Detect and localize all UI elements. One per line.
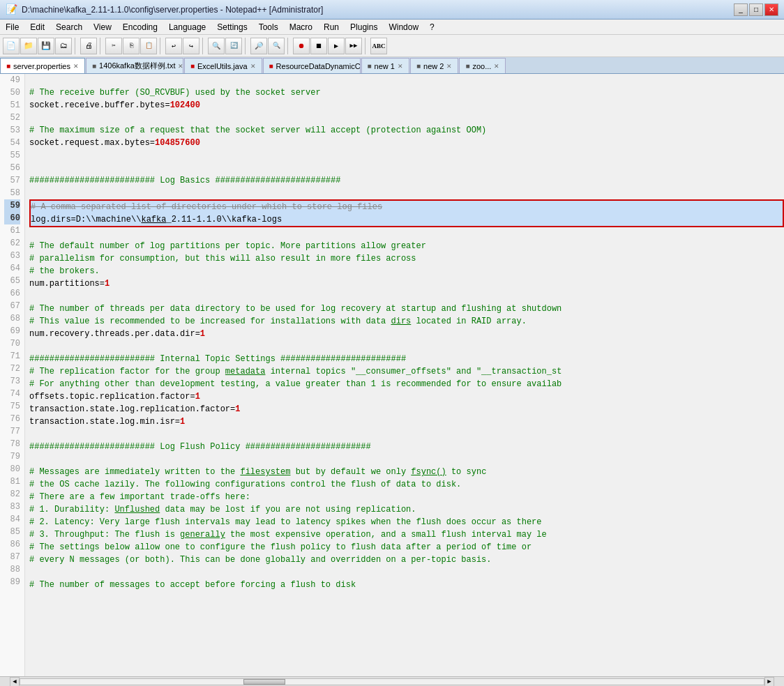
code-line-52[interactable] [29, 112, 784, 124]
tab-close-excel[interactable]: ✕ [250, 63, 256, 70]
zoom-in-button[interactable]: 🔎 [250, 38, 267, 54]
tab-icon-server: ■ [6, 62, 10, 70]
spell-check-button[interactable]: ABC [370, 38, 387, 54]
line-number-73: 73 [4, 375, 20, 388]
print-button[interactable]: 🖨 [80, 38, 97, 54]
menu-tools[interactable]: Tools [253, 20, 284, 34]
scroll-left-button[interactable]: ◀ [10, 677, 20, 687]
tab-close-server[interactable]: ✕ [73, 63, 79, 70]
code-line-72[interactable]: # The replication factor for the group m… [29, 365, 784, 378]
tab-close-kafka[interactable]: ✕ [178, 63, 183, 70]
find-button[interactable]: 🔍 [208, 38, 225, 54]
tab-close-new1[interactable]: ✕ [398, 63, 403, 70]
code-line-65[interactable]: num.partitions=1 [29, 277, 784, 290]
code-line-58[interactable] [29, 187, 784, 199]
tab-close-zoo[interactable]: ✕ [494, 63, 499, 70]
tab-zoo[interactable]: ■ zoo... ✕ [459, 58, 506, 73]
code-line-81[interactable]: # the OS cache lazily. The following con… [29, 478, 784, 491]
cut-button[interactable]: ✂ [105, 38, 122, 54]
tab-kafka-data[interactable]: ■ 1406kafka数据样例.txt ✕ [86, 58, 183, 73]
code-line-79[interactable] [29, 453, 784, 466]
menu-edit[interactable]: Edit [24, 20, 50, 34]
code-line-76[interactable]: transaction.state.log.min.isr=1 [29, 416, 784, 428]
code-line-62[interactable]: # The default number of log partitions p… [29, 240, 784, 252]
zoom-out-button[interactable]: 🔍 [268, 38, 285, 54]
code-line-74[interactable]: offsets.topic.replication.factor=1 [29, 390, 784, 403]
toolbar-sep-3 [160, 38, 163, 54]
menu-macro[interactable]: Macro [284, 20, 318, 34]
code-line-86[interactable]: # The settings below allow one to config… [29, 541, 784, 554]
play-button[interactable]: ▶ [328, 38, 345, 54]
stop-button[interactable]: ⏹ [310, 38, 327, 54]
code-line-66[interactable] [29, 290, 784, 303]
code-content[interactable]: # The receive buffer (SO_RCVBUF) used by… [25, 74, 784, 676]
code-line-78[interactable]: ######################### Log Flush Poli… [29, 441, 784, 453]
scroll-right-button[interactable]: ▶ [764, 677, 774, 687]
menu-language[interactable]: Language [163, 20, 211, 34]
code-line-51[interactable]: socket.receive.buffer.bytes=102400 [29, 99, 784, 112]
open-button[interactable]: 📁 [20, 38, 37, 54]
tab-server-properties[interactable]: ■ server.properties ✕ [0, 58, 85, 73]
code-line-77[interactable] [29, 428, 784, 441]
code-line-67[interactable]: # The number of threads per data directo… [29, 303, 784, 315]
paste-button[interactable]: 📋 [140, 38, 157, 54]
menu-view[interactable]: View [88, 20, 117, 34]
code-line-49[interactable] [29, 74, 784, 86]
record-button[interactable]: ⏺ [293, 38, 310, 54]
code-line-88[interactable] [29, 566, 784, 579]
code-line-83[interactable]: # 1. Durability: Unflushed data may be l… [29, 503, 784, 516]
tab-resource-controller[interactable]: ■ ResourceDataDynamicController.java ✕ [263, 58, 361, 73]
menu-file[interactable]: File [0, 20, 24, 34]
menu-window[interactable]: Window [383, 20, 424, 34]
code-line-61[interactable] [29, 227, 784, 240]
save-all-button[interactable]: 🗂 [55, 38, 72, 54]
menu-search[interactable]: Search [50, 20, 88, 34]
close-button[interactable]: ✕ [764, 3, 778, 16]
code-line-69[interactable]: num.recovery.threads.per.data.dir=1 [29, 328, 784, 340]
tab-excel-utils[interactable]: ■ ExcelUtils.java ✕ [184, 58, 262, 73]
maximize-button[interactable]: □ [749, 3, 763, 16]
menu-encoding[interactable]: Encoding [117, 20, 163, 34]
line-number-71: 71 [4, 350, 20, 363]
code-line-84[interactable]: # 2. Latency: Very large flush intervals… [29, 516, 784, 528]
code-line-59[interactable]: # A comma separated list of directories … [31, 201, 783, 213]
code-line-85[interactable]: # 3. Throughput: The flush is generally … [29, 528, 784, 541]
code-line-54[interactable]: socket.request.max.bytes=104857600 [29, 137, 784, 149]
code-line-60[interactable]: log.dirs=D:\\machine\\kafka_2.11-1.1.0\\… [31, 213, 783, 226]
scrollbar-thumb[interactable] [243, 679, 285, 685]
code-line-55[interactable] [29, 149, 784, 162]
code-line-80[interactable]: # Messages are immediately written to th… [29, 466, 784, 478]
undo-button[interactable]: ↩ [165, 38, 182, 54]
code-line-56[interactable] [29, 162, 784, 174]
h-scrollbar[interactable]: ◀ ▶ [0, 676, 784, 686]
scrollbar-track[interactable] [20, 678, 764, 685]
tab-new1[interactable]: ■ new 1 ✕ [361, 58, 409, 73]
editor-main[interactable]: 4950515253545556575859606162636465666768… [0, 74, 784, 676]
code-line-73[interactable]: # For anything other than development te… [29, 378, 784, 390]
code-line-53[interactable]: # The maximum size of a request that the… [29, 124, 784, 137]
code-line-57[interactable]: ######################### Log Basics ###… [29, 174, 784, 187]
new-button[interactable]: 📄 [3, 38, 20, 54]
tab-new2[interactable]: ■ new 2 ✕ [410, 58, 458, 73]
code-line-64[interactable]: # the brokers. [29, 265, 784, 277]
code-line-82[interactable]: # There are a few important trade-offs h… [29, 491, 784, 503]
play-multi-button[interactable]: ▶▶ [345, 38, 362, 54]
minimize-button[interactable]: _ [734, 3, 748, 16]
save-button[interactable]: 💾 [38, 38, 54, 54]
code-line-63[interactable]: # parallelism for consumption, but this … [29, 252, 784, 265]
code-line-75[interactable]: transaction.state.log.replication.factor… [29, 403, 784, 416]
menu-settings[interactable]: Settings [211, 20, 252, 34]
code-line-50[interactable]: # The receive buffer (SO_RCVBUF) used by… [29, 86, 784, 99]
code-line-71[interactable]: ######################### Internal Topic… [29, 353, 784, 365]
menu-run[interactable]: Run [318, 20, 345, 34]
code-line-68[interactable]: # This value is recommended to be increa… [29, 315, 784, 328]
code-line-70[interactable] [29, 340, 784, 353]
replace-button[interactable]: 🔄 [225, 38, 242, 54]
redo-button[interactable]: ↪ [183, 38, 199, 54]
code-line-89[interactable]: # The number of messages to accept befor… [29, 579, 784, 591]
menu-plugins[interactable]: Plugins [345, 20, 383, 34]
code-line-87[interactable]: # every N messages (or both). This can b… [29, 554, 784, 566]
copy-button[interactable]: ⎘ [123, 38, 140, 54]
tab-close-new2[interactable]: ✕ [446, 63, 452, 70]
menu-help[interactable]: ? [424, 20, 440, 34]
